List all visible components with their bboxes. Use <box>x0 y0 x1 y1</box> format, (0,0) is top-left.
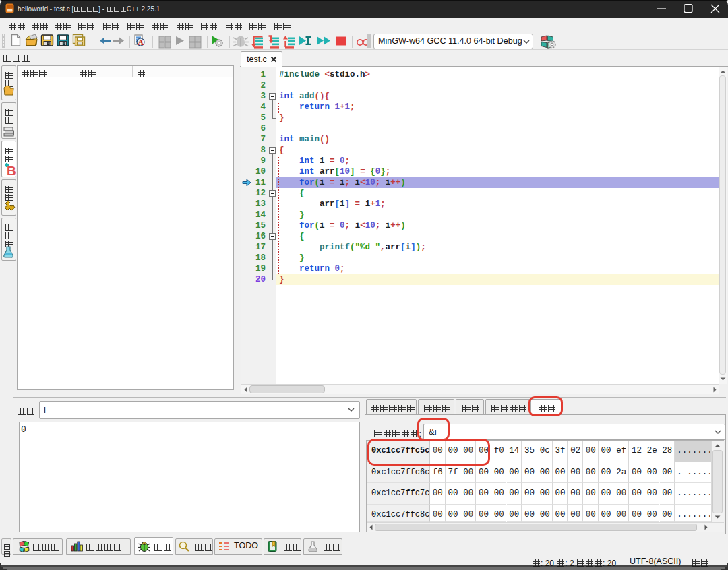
svg-text:B: B <box>7 164 16 177</box>
svg-text:A: A <box>138 38 144 47</box>
